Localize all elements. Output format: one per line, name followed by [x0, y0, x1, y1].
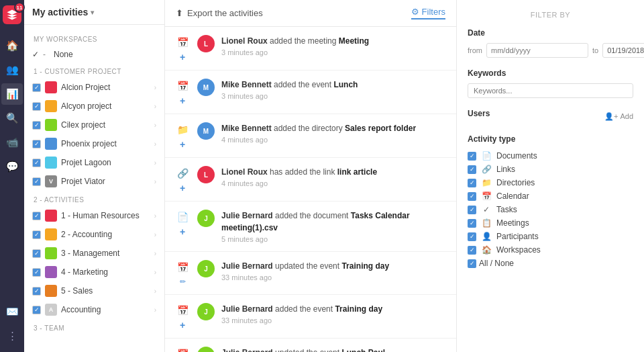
- directories-checkbox[interactable]: ✓: [468, 179, 476, 187]
- sidebar-item-sales[interactable]: ✓ 5 - Sales ›: [24, 281, 164, 300]
- app-logo[interactable]: 11: [3, 5, 21, 24]
- sidebar-item-accounting2[interactable]: ✓ A Accounting ›: [24, 300, 164, 319]
- participants-type-icon: 👤: [481, 232, 492, 241]
- sidebar-item-label-alcion: Alcion Project: [61, 83, 150, 92]
- export-button[interactable]: ⬆ Export the activities: [176, 8, 263, 18]
- activity-item: 🔗 + L Lionel Roux has added the link lin…: [165, 158, 456, 202]
- chevron-right-icon: ›: [154, 84, 156, 91]
- add-indicator: +: [180, 52, 185, 62]
- activity-text: Julie Bernard added the document Tasks C…: [221, 210, 445, 234]
- activity-body: Julie Bernard added the event Training d…: [221, 303, 445, 324]
- activity-text: Lionel Roux added the meeting Meeting: [221, 35, 445, 47]
- chevron-right-icon-7: ›: [154, 212, 156, 220]
- sidebar-item-accounting[interactable]: ✓ 2 - Accounting ›: [24, 225, 164, 244]
- type-links[interactable]: ✓ 🔗 Links: [468, 163, 633, 176]
- add-user-label: Add: [620, 112, 633, 120]
- documents-checkbox[interactable]: ✓: [468, 152, 476, 161]
- sidebar-item-alcion[interactable]: ✓ Alcion Project ›: [24, 78, 164, 97]
- all-type-checkbox[interactable]: ✓: [468, 259, 476, 268]
- sidebar-title-text: My activities: [32, 7, 88, 17]
- activity-item-name: Lunch Paul: [341, 348, 385, 352]
- workspace-icon-viator: V: [45, 175, 57, 187]
- type-directories[interactable]: ✓ 📁 Directories: [468, 176, 633, 189]
- meetings-checkbox[interactable]: ✓: [468, 219, 476, 228]
- date-from-input[interactable]: [486, 43, 588, 58]
- activity-user: Mike Bennett: [221, 124, 272, 133]
- workspace-icon-accounting2: A: [45, 304, 57, 316]
- chevron-right-icon-4: ›: [154, 140, 156, 148]
- activity-row: M Mike Bennett added the event Lunch 3 m…: [197, 79, 445, 100]
- all-none-type-row[interactable]: ✓ All / None: [468, 257, 633, 270]
- date-row: from to: [468, 43, 633, 58]
- activity-icon-col: 🔗 +: [176, 166, 189, 193]
- sidebar-title[interactable]: My activities ▾: [32, 7, 94, 17]
- keywords-input[interactable]: [468, 83, 633, 98]
- sidebar-item-label-phoenix: Phoenix project: [61, 139, 150, 148]
- activity-item: 📅 + M Mike Bennett added the event Lunch…: [165, 71, 456, 114]
- date-to-input[interactable]: [602, 43, 644, 58]
- sidebar-item-label-sales: 5 - Sales: [61, 286, 150, 296]
- activity-icon-col: 📅 +: [176, 35, 189, 62]
- nav-video-icon[interactable]: 📹: [1, 132, 23, 153]
- team-section: 3 - Team: [24, 319, 164, 335]
- type-tasks[interactable]: ✓ ✓ Tasks: [468, 203, 633, 216]
- activity-item: 📅 + J Julie Bernard added the event Trai…: [165, 295, 456, 339]
- nav-home-icon[interactable]: 🏠: [1, 35, 23, 56]
- sidebar-item-management[interactable]: ✓ 3 - Management ›: [24, 244, 164, 263]
- sidebar-item-label-accounting: 2 - Accounting: [61, 230, 150, 239]
- activity-time: 33 minutes ago: [221, 273, 445, 281]
- chevron-right-icon-2: ›: [154, 103, 156, 110]
- activity-user: Julie Bernard: [221, 348, 273, 352]
- tasks-checkbox[interactable]: ✓: [468, 206, 476, 214]
- activity-list: 📅 + L Lionel Roux added the meeting Meet…: [165, 27, 456, 352]
- sidebar-item-hr[interactable]: ✓ 1 - Human Resources ›: [24, 206, 164, 225]
- nav-mail-icon[interactable]: ✉️: [1, 301, 23, 322]
- type-participants[interactable]: ✓ 👤 Participants: [468, 230, 633, 243]
- participants-checkbox[interactable]: ✓: [468, 232, 476, 241]
- nav-chat-icon[interactable]: 💬: [1, 156, 23, 177]
- participants-label: Participants: [496, 232, 539, 241]
- activity-body: Julie Bernard updated the event Lunch Pa…: [221, 347, 445, 352]
- calendar-type-icon: 📅: [481, 191, 492, 201]
- activity-icon-col: 📅 ✏: [176, 260, 189, 286]
- workspace-icon-accounting: [45, 228, 57, 240]
- sidebar-item-marketing[interactable]: ✓ 4 - Marketing ›: [24, 263, 164, 281]
- activity-row: J Julie Bernard updated the event Lunch …: [197, 347, 445, 352]
- nav-activity-icon[interactable]: 📊: [1, 83, 23, 105]
- calendar-icon: 📅: [176, 348, 189, 352]
- type-calendar[interactable]: ✓ 📅 Calendar: [468, 189, 633, 203]
- activity-icon-col: 📅 +: [176, 79, 189, 105]
- filters-button[interactable]: ⚙ Filters: [411, 7, 445, 19]
- type-documents[interactable]: ✓ 📄 Documents: [468, 149, 633, 163]
- document-type-icon: 📄: [481, 151, 492, 161]
- link-type-icon: 🔗: [481, 165, 492, 174]
- type-meetings[interactable]: ✓ 📋 Meetings: [468, 216, 633, 230]
- type-workspaces[interactable]: ✓ 🏠 Workspaces: [468, 243, 633, 257]
- activity-row: L Lionel Roux has added the link link ar…: [197, 166, 445, 187]
- sidebar-item-cilex[interactable]: ✓ Cilex project ›: [24, 116, 164, 134]
- meetings-type-icon: 📋: [481, 218, 492, 228]
- all-checkbox[interactable]: ✓: [32, 49, 39, 59]
- sidebar-item-phoenix[interactable]: ✓ Phoenix project ›: [24, 134, 164, 153]
- activity-time: 4 minutes ago: [221, 179, 445, 187]
- calendar-checkbox[interactable]: ✓: [468, 192, 476, 201]
- notification-badge: 11: [14, 2, 25, 13]
- chevron-right-icon-6: ›: [154, 178, 156, 185]
- nav-more-icon[interactable]: ⋮: [1, 325, 23, 347]
- activity-row: L Lionel Roux added the meeting Meeting …: [197, 35, 445, 56]
- sidebar-item-viator[interactable]: ✓ V Projet Viator ›: [24, 172, 164, 191]
- nav-people-icon[interactable]: 👥: [1, 59, 23, 81]
- activity-item: 📅 ✏ J Julie Bernard updated the event Tr…: [165, 252, 456, 295]
- sidebar-item-alcyon[interactable]: ✓ Alcyon project ›: [24, 97, 164, 116]
- activity-body: Lionel Roux has added the link link arti…: [221, 166, 445, 187]
- export-icon: ⬆: [176, 8, 183, 18]
- sidebar-item-lagoon[interactable]: ✓ Projet Lagoon ›: [24, 153, 164, 172]
- workspaces-checkbox[interactable]: ✓: [468, 246, 476, 255]
- sidebar-all-none[interactable]: ✓ - None: [24, 46, 164, 62]
- activity-user: Mike Bennett: [221, 80, 272, 89]
- nav-search-icon[interactable]: 🔍: [1, 107, 23, 129]
- add-user-button[interactable]: 👤+ Add: [604, 112, 633, 121]
- links-checkbox[interactable]: ✓: [468, 165, 476, 174]
- activity-text: Julie Bernard updated the event Lunch Pa…: [221, 347, 445, 352]
- directory-type-icon: 📁: [481, 178, 492, 187]
